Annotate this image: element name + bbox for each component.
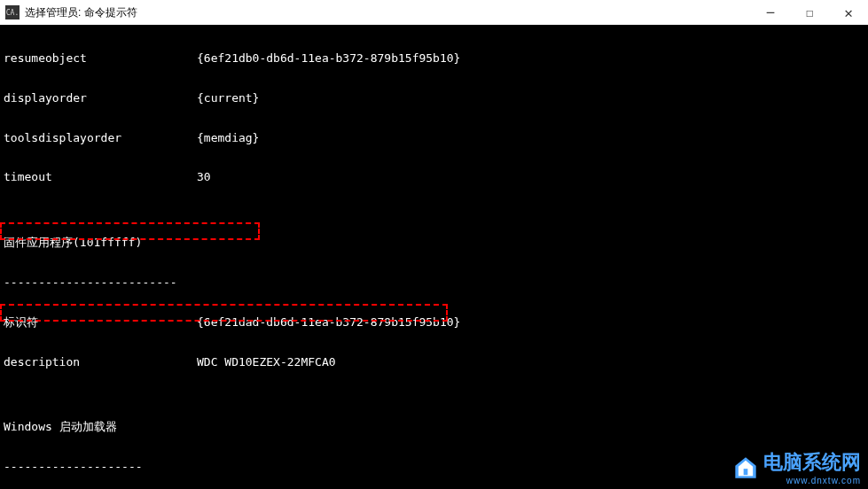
separator: ------------------------- (4, 276, 864, 290)
maximize-button[interactable]: ☐ (790, 0, 829, 25)
cfg-key: description (4, 356, 197, 369)
section-header-loader1: Windows 启动加载器 (4, 421, 864, 434)
cfg-val: WDC WD10EZEX-22MFCA0 (197, 355, 336, 369)
cfg-key: displayorder (4, 92, 197, 105)
cfg-key: 标识符 (4, 316, 197, 330)
cfg-val: {6ef21dad-db6d-11ea-b372-879b15f95b10} (197, 315, 460, 329)
cfg-key: timeout (4, 171, 197, 184)
svg-rect-0 (744, 469, 748, 475)
cfg-val: {current} (197, 91, 259, 105)
window-title-text: 选择管理员: 命令提示符 (25, 5, 137, 20)
window-title-bar: CA. 选择管理员: 命令提示符 ─ ☐ ✕ (0, 0, 868, 25)
cfg-key: toolsdisplayorder (4, 132, 197, 145)
cfg-key: resumeobject (4, 52, 197, 66)
cmd-icon: CA. (5, 5, 20, 19)
section-header-firmware: 固件应用程序(101fffff) (4, 237, 864, 250)
cfg-val: {memdiag} (197, 131, 259, 144)
watermark-url: www.dnxtw.com (763, 476, 861, 485)
window-controls: ─ ☐ ✕ (751, 0, 868, 25)
close-button[interactable]: ✕ (829, 0, 868, 25)
watermark-text: 电脑系统网 (763, 451, 861, 473)
minimize-button[interactable]: ─ (751, 0, 790, 25)
house-icon (733, 455, 758, 480)
terminal-output[interactable]: resumeobject{6ef21db0-db6d-11ea-b372-879… (0, 25, 868, 489)
cfg-val: 30 (197, 170, 211, 183)
watermark: 电脑系统网 www.dnxtw.com (733, 449, 861, 485)
cfg-val: {6ef21db0-db6d-11ea-b372-879b15f95b10} (197, 51, 460, 65)
